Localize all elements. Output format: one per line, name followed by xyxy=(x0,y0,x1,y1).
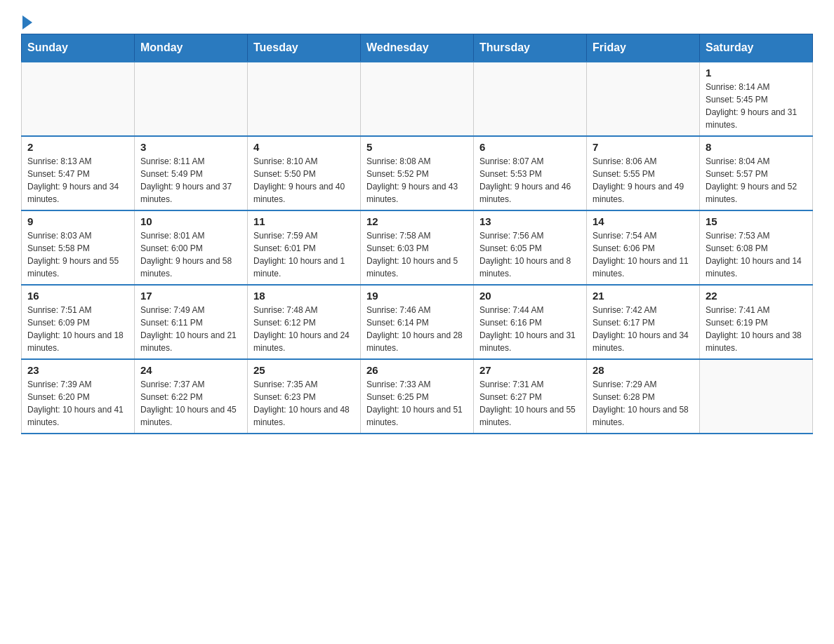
day-number: 6 xyxy=(479,141,581,153)
day-number: 4 xyxy=(253,141,355,153)
day-info: Sunrise: 8:08 AMSunset: 5:52 PMDaylight:… xyxy=(366,155,468,206)
calendar-week-0: 1Sunrise: 8:14 AMSunset: 5:45 PMDaylight… xyxy=(22,62,813,136)
calendar-cell: 8Sunrise: 8:04 AMSunset: 5:57 PMDaylight… xyxy=(700,136,813,210)
day-number: 5 xyxy=(366,141,468,153)
day-info: Sunrise: 7:54 AMSunset: 6:06 PMDaylight:… xyxy=(593,229,694,280)
calendar-cell: 6Sunrise: 8:07 AMSunset: 5:53 PMDaylight… xyxy=(474,136,587,210)
day-info: Sunrise: 8:14 AMSunset: 5:45 PMDaylight:… xyxy=(706,81,807,131)
calendar-cell xyxy=(474,62,587,136)
calendar-week-3: 16Sunrise: 7:51 AMSunset: 6:09 PMDayligh… xyxy=(22,285,813,359)
day-info: Sunrise: 7:58 AMSunset: 6:03 PMDaylight:… xyxy=(366,229,468,280)
calendar-cell: 1Sunrise: 8:14 AMSunset: 5:45 PMDaylight… xyxy=(700,62,813,136)
page-header xyxy=(21,14,813,27)
day-number: 7 xyxy=(593,141,694,153)
calendar-cell xyxy=(700,359,813,434)
calendar-cell: 2Sunrise: 8:13 AMSunset: 5:47 PMDaylight… xyxy=(22,136,135,210)
day-number: 28 xyxy=(593,364,694,376)
calendar-table: SundayMondayTuesdayWednesdayThursdayFrid… xyxy=(21,34,813,434)
calendar-cell: 18Sunrise: 7:48 AMSunset: 6:12 PMDayligh… xyxy=(248,285,361,359)
day-number: 10 xyxy=(140,215,241,227)
day-info: Sunrise: 8:13 AMSunset: 5:47 PMDaylight:… xyxy=(27,155,128,206)
day-header-saturday: Saturday xyxy=(700,34,813,62)
calendar-cell: 26Sunrise: 7:33 AMSunset: 6:25 PMDayligh… xyxy=(361,359,474,434)
day-number: 26 xyxy=(366,364,468,376)
day-number: 15 xyxy=(706,215,807,227)
day-info: Sunrise: 7:48 AMSunset: 6:12 PMDaylight:… xyxy=(253,304,355,354)
day-info: Sunrise: 7:51 AMSunset: 6:09 PMDaylight:… xyxy=(27,304,128,354)
calendar-cell xyxy=(135,62,248,136)
day-info: Sunrise: 8:04 AMSunset: 5:57 PMDaylight:… xyxy=(706,155,807,206)
day-number: 13 xyxy=(479,215,581,227)
day-number: 18 xyxy=(253,290,355,302)
day-number: 1 xyxy=(706,67,807,79)
day-info: Sunrise: 8:03 AMSunset: 5:58 PMDaylight:… xyxy=(27,229,128,280)
day-info: Sunrise: 7:46 AMSunset: 6:14 PMDaylight:… xyxy=(366,304,468,354)
calendar-cell: 23Sunrise: 7:39 AMSunset: 6:20 PMDayligh… xyxy=(22,359,135,434)
day-info: Sunrise: 7:44 AMSunset: 6:16 PMDaylight:… xyxy=(479,304,581,354)
day-info: Sunrise: 8:07 AMSunset: 5:53 PMDaylight:… xyxy=(479,155,581,206)
calendar-cell: 4Sunrise: 8:10 AMSunset: 5:50 PMDaylight… xyxy=(248,136,361,210)
day-info: Sunrise: 7:53 AMSunset: 6:08 PMDaylight:… xyxy=(706,229,807,280)
day-info: Sunrise: 7:41 AMSunset: 6:19 PMDaylight:… xyxy=(706,304,807,354)
day-info: Sunrise: 7:56 AMSunset: 6:05 PMDaylight:… xyxy=(479,229,581,280)
day-number: 19 xyxy=(366,290,468,302)
day-info: Sunrise: 8:06 AMSunset: 5:55 PMDaylight:… xyxy=(593,155,694,206)
calendar-cell xyxy=(22,62,135,136)
calendar-cell: 16Sunrise: 7:51 AMSunset: 6:09 PMDayligh… xyxy=(22,285,135,359)
day-header-monday: Monday xyxy=(135,34,248,62)
day-number: 23 xyxy=(27,364,128,376)
day-info: Sunrise: 7:31 AMSunset: 6:27 PMDaylight:… xyxy=(479,378,581,429)
calendar-cell: 13Sunrise: 7:56 AMSunset: 6:05 PMDayligh… xyxy=(474,210,587,285)
calendar-cell xyxy=(587,62,700,136)
calendar-header-row: SundayMondayTuesdayWednesdayThursdayFrid… xyxy=(22,34,813,62)
calendar-week-2: 9Sunrise: 8:03 AMSunset: 5:58 PMDaylight… xyxy=(22,210,813,285)
calendar-cell: 3Sunrise: 8:11 AMSunset: 5:49 PMDaylight… xyxy=(135,136,248,210)
calendar-cell: 25Sunrise: 7:35 AMSunset: 6:23 PMDayligh… xyxy=(248,359,361,434)
day-info: Sunrise: 8:10 AMSunset: 5:50 PMDaylight:… xyxy=(253,155,355,206)
day-number: 24 xyxy=(140,364,241,376)
calendar-cell: 21Sunrise: 7:42 AMSunset: 6:17 PMDayligh… xyxy=(587,285,700,359)
day-number: 9 xyxy=(27,215,128,227)
calendar-cell: 9Sunrise: 8:03 AMSunset: 5:58 PMDaylight… xyxy=(22,210,135,285)
day-info: Sunrise: 7:35 AMSunset: 6:23 PMDaylight:… xyxy=(253,378,355,429)
calendar-cell: 19Sunrise: 7:46 AMSunset: 6:14 PMDayligh… xyxy=(361,285,474,359)
calendar-cell: 28Sunrise: 7:29 AMSunset: 6:28 PMDayligh… xyxy=(587,359,700,434)
calendar-week-1: 2Sunrise: 8:13 AMSunset: 5:47 PMDaylight… xyxy=(22,136,813,210)
calendar-cell xyxy=(361,62,474,136)
day-header-tuesday: Tuesday xyxy=(248,34,361,62)
calendar-cell: 27Sunrise: 7:31 AMSunset: 6:27 PMDayligh… xyxy=(474,359,587,434)
calendar-cell xyxy=(248,62,361,136)
calendar-cell: 15Sunrise: 7:53 AMSunset: 6:08 PMDayligh… xyxy=(700,210,813,285)
day-number: 27 xyxy=(479,364,581,376)
calendar-cell: 14Sunrise: 7:54 AMSunset: 6:06 PMDayligh… xyxy=(587,210,700,285)
calendar-cell: 7Sunrise: 8:06 AMSunset: 5:55 PMDaylight… xyxy=(587,136,700,210)
calendar-cell: 11Sunrise: 7:59 AMSunset: 6:01 PMDayligh… xyxy=(248,210,361,285)
day-info: Sunrise: 7:49 AMSunset: 6:11 PMDaylight:… xyxy=(140,304,241,354)
day-info: Sunrise: 7:39 AMSunset: 6:20 PMDaylight:… xyxy=(27,378,128,429)
calendar-cell: 5Sunrise: 8:08 AMSunset: 5:52 PMDaylight… xyxy=(361,136,474,210)
day-number: 2 xyxy=(27,141,128,153)
day-number: 14 xyxy=(593,215,694,227)
day-header-thursday: Thursday xyxy=(474,34,587,62)
day-number: 8 xyxy=(706,141,807,153)
calendar-cell: 10Sunrise: 8:01 AMSunset: 6:00 PMDayligh… xyxy=(135,210,248,285)
day-info: Sunrise: 7:42 AMSunset: 6:17 PMDaylight:… xyxy=(593,304,694,354)
day-number: 22 xyxy=(706,290,807,302)
day-info: Sunrise: 7:59 AMSunset: 6:01 PMDaylight:… xyxy=(253,229,355,280)
calendar-cell: 22Sunrise: 7:41 AMSunset: 6:19 PMDayligh… xyxy=(700,285,813,359)
day-header-friday: Friday xyxy=(587,34,700,62)
logo xyxy=(21,14,32,27)
calendar-cell: 12Sunrise: 7:58 AMSunset: 6:03 PMDayligh… xyxy=(361,210,474,285)
day-info: Sunrise: 8:01 AMSunset: 6:00 PMDaylight:… xyxy=(140,229,241,280)
day-header-sunday: Sunday xyxy=(22,34,135,62)
day-number: 21 xyxy=(593,290,694,302)
day-number: 16 xyxy=(27,290,128,302)
day-header-wednesday: Wednesday xyxy=(361,34,474,62)
day-number: 20 xyxy=(479,290,581,302)
day-number: 12 xyxy=(366,215,468,227)
day-info: Sunrise: 7:37 AMSunset: 6:22 PMDaylight:… xyxy=(140,378,241,429)
day-number: 25 xyxy=(253,364,355,376)
day-info: Sunrise: 7:33 AMSunset: 6:25 PMDaylight:… xyxy=(366,378,468,429)
day-number: 3 xyxy=(140,141,241,153)
calendar-cell: 20Sunrise: 7:44 AMSunset: 6:16 PMDayligh… xyxy=(474,285,587,359)
